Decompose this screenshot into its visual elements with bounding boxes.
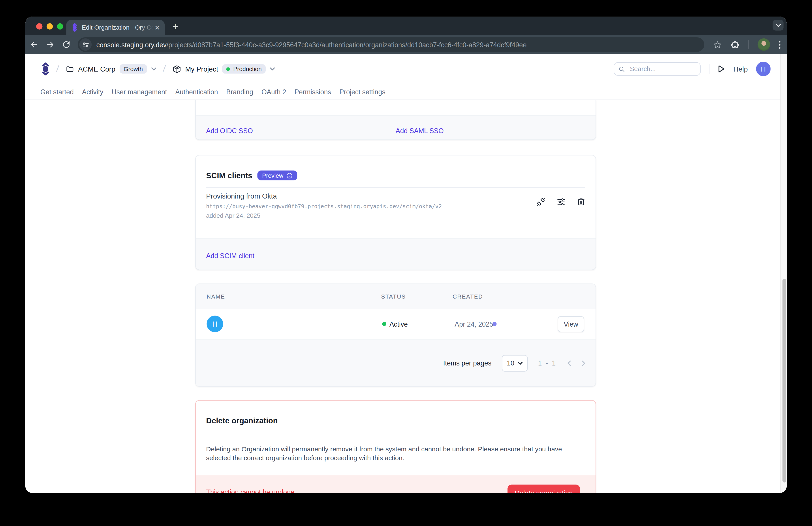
close-window-button[interactable] — [36, 24, 42, 30]
tab-strip: Edit Organization - Ory Conso ✕ + — [25, 17, 787, 35]
scim-client-name: Provisioning from Okta — [206, 192, 442, 200]
configure-sliders-icon[interactable] — [557, 197, 566, 206]
danger-warning-text: This action cannot be undone. — [206, 488, 296, 493]
browser-tab[interactable]: Edit Organization - Ory Conso ✕ — [66, 20, 164, 35]
table-footer: Items per pages 10 1 - 1 — [196, 339, 596, 386]
add-scim-client-link[interactable]: Add SCIM client — [206, 252, 255, 260]
breadcrumb-separator: / — [162, 64, 166, 74]
scrollbar-thumb[interactable] — [782, 279, 786, 483]
created-indicator-dot — [493, 322, 497, 326]
environment-badge: Production — [222, 64, 266, 73]
scim-card-title: SCIM clients — [206, 171, 252, 180]
browser-toolbar: console.staging.ory.dev/projects/d087b7a… — [25, 35, 787, 54]
chevron-down-icon — [518, 361, 522, 365]
environment-status-dot — [227, 67, 230, 71]
breadcrumb-separator: / — [56, 64, 59, 74]
scim-card-footer: Add SCIM client — [196, 239, 596, 270]
console-page: / ACME Corp Growth / My Project Producti… — [25, 54, 787, 493]
sso-card-footer: Add OIDC SSO Add SAML SSO — [196, 115, 596, 139]
items-per-page-label: Items per pages — [443, 359, 491, 367]
package-icon — [172, 65, 181, 73]
scim-clients-card: SCIM clients Preview ? Provisioning from… — [195, 155, 596, 270]
breadcrumb: / ACME Corp Growth / My Project Producti… — [42, 54, 275, 84]
chevron-down-icon — [775, 24, 781, 27]
reload-button[interactable] — [62, 40, 71, 49]
screenshot-stage: Edit Organization - Ory Conso ✕ + — [0, 0, 812, 526]
scim-client-row: Provisioning from Okta https://busy-beav… — [206, 192, 442, 219]
add-oidc-sso-link[interactable]: Add OIDC SSO — [206, 127, 253, 135]
url-bar[interactable]: console.staging.ory.dev/projects/d087b7a… — [78, 37, 704, 52]
new-tab-button[interactable]: + — [173, 21, 178, 32]
danger-description: Deleting an Organization will permanentl… — [206, 445, 578, 462]
zoom-window-button[interactable] — [57, 24, 63, 30]
window-controls — [36, 24, 63, 30]
page-size-select[interactable]: 10 — [502, 355, 527, 371]
tab-title: Edit Organization - Ory Conso — [82, 24, 153, 31]
view-button[interactable]: View — [558, 316, 584, 332]
chevron-down-icon — [270, 67, 275, 70]
browser-menu-icon[interactable] — [779, 41, 781, 48]
column-created: CREATED — [452, 293, 483, 299]
sso-card: Add OIDC SSO Add SAML SSO — [195, 100, 596, 140]
previous-page-chevron-icon[interactable] — [567, 360, 571, 366]
workspace-plan-badge: Growth — [120, 64, 147, 73]
url-text: console.staging.ory.dev/projects/d087b7a… — [97, 41, 527, 48]
status-text: Active — [389, 320, 408, 328]
preview-badge[interactable]: Preview ? — [258, 170, 297, 181]
scim-client-url: https://busy-beaver-gqwvd0fb79.projects.… — [206, 203, 442, 209]
delete-organization-card: Delete organization Deleting an Organiza… — [195, 400, 596, 493]
minimize-window-button[interactable] — [46, 24, 53, 30]
pagination: Items per pages 10 1 - 1 — [443, 340, 585, 386]
page-range: 1 - 1 — [538, 359, 557, 367]
column-name: NAME — [206, 293, 225, 299]
search-box[interactable] — [614, 62, 701, 76]
site-settings-icon[interactable] — [79, 39, 91, 51]
workspace-switcher[interactable]: ACME Corp Growth — [66, 64, 156, 73]
add-saml-sso-link[interactable]: Add SAML SSO — [396, 127, 444, 135]
nav-oauth2[interactable]: OAuth 2 — [261, 88, 286, 96]
extensions-puzzle-icon[interactable] — [731, 40, 740, 49]
workspace-name: ACME Corp — [78, 65, 115, 73]
project-name: My Project — [185, 65, 218, 73]
nav-activity[interactable]: Activity — [82, 88, 103, 96]
created-text: Apr 24, 2025 — [455, 320, 493, 328]
nav-get-started[interactable]: Get started — [40, 88, 74, 96]
forward-button[interactable] — [46, 40, 55, 49]
help-link[interactable]: Help — [734, 65, 748, 73]
danger-footer: This action cannot be undone. Delete org… — [196, 475, 596, 493]
search-input[interactable] — [629, 65, 688, 73]
project-switcher[interactable]: My Project Production — [172, 64, 275, 73]
chevron-down-icon — [151, 67, 156, 70]
header-divider — [709, 64, 710, 74]
tab-search-button[interactable] — [773, 20, 784, 30]
scrollbar-track[interactable] — [781, 54, 787, 493]
status-dot — [382, 322, 386, 326]
column-status: STATUS — [381, 293, 406, 299]
user-avatar[interactable]: H — [756, 61, 771, 76]
svg-text:?: ? — [289, 173, 290, 177]
test-connection-plug-icon[interactable] — [536, 197, 545, 206]
delete-trash-icon[interactable] — [577, 197, 585, 206]
ory-logo[interactable] — [42, 62, 50, 76]
danger-card-title: Delete organization — [206, 416, 278, 425]
browser-profile-avatar[interactable] — [758, 39, 770, 51]
nav-project-settings[interactable]: Project settings — [339, 88, 386, 96]
folder-icon — [66, 65, 74, 73]
tab-close-icon[interactable]: ✕ — [154, 24, 160, 31]
browser-window: Edit Organization - Ory Conso ✕ + — [25, 17, 787, 493]
next-page-chevron-icon[interactable] — [582, 360, 586, 366]
nav-user-management[interactable]: User management — [112, 88, 167, 96]
help-circle-icon: ? — [286, 172, 293, 179]
table-header: NAME STATUS CREATED — [196, 284, 596, 309]
organizations-table-card: NAME STATUS CREATED H Active Apr 24, 202… — [195, 284, 596, 387]
nav-authentication[interactable]: Authentication — [175, 88, 218, 96]
nav-branding[interactable]: Branding — [226, 88, 253, 96]
row-avatar: H — [206, 315, 223, 332]
bookmark-star-icon[interactable] — [713, 40, 722, 49]
tab-favicon-ory-icon — [72, 24, 78, 32]
nav-permissions[interactable]: Permissions — [294, 88, 331, 96]
scim-client-added: added Apr 24, 2025 — [206, 212, 442, 219]
delete-organization-button[interactable]: Delete organization — [508, 484, 580, 493]
run-play-icon[interactable] — [718, 65, 725, 73]
back-button[interactable] — [30, 40, 39, 49]
